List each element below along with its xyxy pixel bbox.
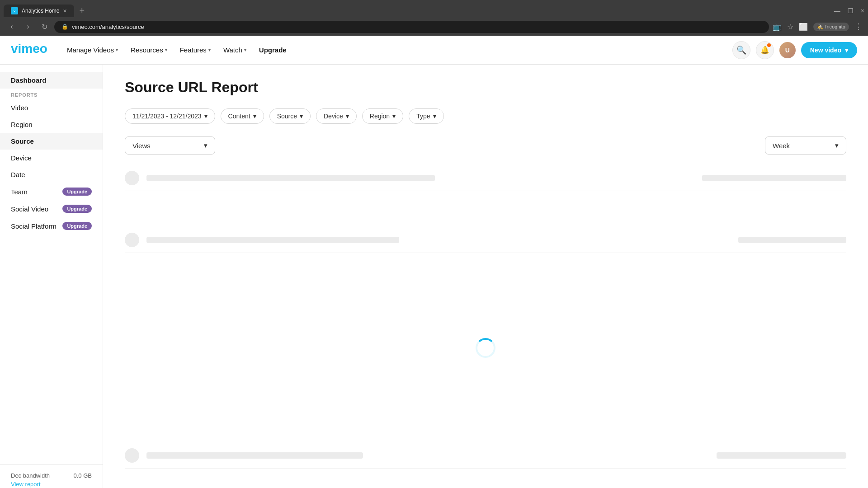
sidebar-item-source[interactable]: Source bbox=[0, 133, 103, 150]
nav-manage-videos[interactable]: Manage Videos ▾ bbox=[61, 42, 123, 57]
views-select[interactable]: Views ▾ bbox=[125, 136, 215, 155]
sidebar-item-social-video[interactable]: Social Video Upgrade bbox=[0, 200, 103, 217]
tab-favicon: v bbox=[11, 7, 18, 14]
skeleton-line bbox=[717, 452, 846, 459]
type-filter-label: Type bbox=[416, 113, 430, 120]
nav-features-label: Features bbox=[180, 46, 207, 54]
close-button[interactable]: × bbox=[861, 7, 864, 14]
region-filter[interactable]: Region ▾ bbox=[362, 108, 403, 124]
nav-resources-label: Resources bbox=[131, 46, 163, 54]
skeleton-line bbox=[702, 175, 846, 181]
source-filter[interactable]: Source ▾ bbox=[269, 108, 311, 124]
toolbar-icons: 📺 ☆ ⬜ 🕵️ Incognito ⋮ bbox=[773, 22, 863, 32]
search-icon: 🔍 bbox=[736, 45, 746, 55]
content-filter[interactable]: Content ▾ bbox=[221, 108, 264, 124]
svg-text:v: v bbox=[14, 9, 15, 13]
minimize-button[interactable]: — bbox=[834, 7, 840, 14]
spacer bbox=[125, 416, 846, 443]
skeleton-line bbox=[146, 175, 435, 181]
chevron-down-icon: ▾ bbox=[835, 141, 839, 150]
chevron-down-icon: ▾ bbox=[116, 47, 118, 52]
svg-text:vimeo: vimeo bbox=[11, 42, 47, 56]
controls-row: Views ▾ Week ▾ bbox=[125, 136, 846, 155]
nav-watch[interactable]: Watch ▾ bbox=[218, 42, 252, 57]
skeleton-row-2 bbox=[125, 227, 846, 253]
bell-icon: 🔔 bbox=[760, 46, 769, 54]
nav-features[interactable]: Features ▾ bbox=[175, 42, 216, 57]
loading-area bbox=[125, 280, 846, 416]
tab-close-button[interactable]: × bbox=[63, 7, 66, 14]
maximize-button[interactable]: ❐ bbox=[848, 7, 854, 14]
sidebar-item-dashboard-label: Dashboard bbox=[11, 76, 46, 84]
sidebar-item-date[interactable]: Date bbox=[0, 166, 103, 183]
social-platform-upgrade-badge[interactable]: Upgrade bbox=[62, 222, 92, 230]
sidebar-item-team[interactable]: Team Upgrade bbox=[0, 183, 103, 200]
cast-icon[interactable]: 📺 bbox=[773, 23, 782, 31]
chevron-down-icon: ▾ bbox=[204, 113, 208, 120]
sidebar-item-device-label: Device bbox=[11, 154, 32, 162]
back-button[interactable]: ‹ bbox=[5, 20, 18, 33]
sidebar-item-social-platform[interactable]: Social Platform Upgrade bbox=[0, 217, 103, 235]
skeleton-circle bbox=[125, 448, 139, 463]
week-select[interactable]: Week ▾ bbox=[765, 136, 846, 155]
type-filter[interactable]: Type ▾ bbox=[409, 108, 443, 124]
sidebar-item-team-label: Team bbox=[11, 188, 28, 196]
main-content: Source URL Report 11/21/2023 - 12/21/202… bbox=[103, 65, 868, 488]
incognito-label: Incognito bbox=[825, 24, 845, 29]
search-button[interactable]: 🔍 bbox=[732, 41, 750, 59]
nav-upgrade-label: Upgrade bbox=[259, 46, 287, 54]
sidebar-footer: Dec bandwidth 0.0 GB View report bbox=[0, 465, 103, 488]
bookmark-icon[interactable]: ☆ bbox=[787, 23, 793, 31]
team-upgrade-badge[interactable]: Upgrade bbox=[62, 188, 92, 196]
skeleton-line bbox=[146, 237, 399, 243]
forward-button[interactable]: › bbox=[22, 20, 34, 33]
notification-badge bbox=[767, 43, 771, 47]
sidebar-item-region[interactable]: Region bbox=[0, 116, 103, 133]
active-tab[interactable]: v Analytics Home × bbox=[4, 5, 74, 17]
date-range-filter[interactable]: 11/21/2023 - 12/21/2023 ▾ bbox=[125, 108, 215, 124]
more-icon[interactable]: ⋮ bbox=[854, 22, 863, 32]
window-controls: — ❐ × bbox=[834, 7, 864, 14]
skeleton-line bbox=[146, 452, 363, 459]
main-nav: Manage Videos ▾ Resources ▾ Features ▾ W… bbox=[61, 42, 732, 57]
device-filter[interactable]: Device ▾ bbox=[316, 108, 357, 124]
source-filter-label: Source bbox=[277, 113, 297, 120]
tab-title: Analytics Home bbox=[22, 8, 59, 14]
reload-button[interactable]: ↻ bbox=[38, 20, 51, 33]
bandwidth-label: Dec bandwidth bbox=[11, 472, 50, 479]
chevron-down-icon: ▾ bbox=[433, 113, 436, 120]
chevron-down-icon: ▾ bbox=[300, 113, 303, 120]
nav-watch-label: Watch bbox=[223, 46, 242, 54]
chevron-down-icon: ▾ bbox=[346, 113, 349, 120]
social-video-upgrade-badge[interactable]: Upgrade bbox=[62, 205, 92, 213]
new-tab-button[interactable]: + bbox=[76, 4, 89, 18]
url-bar[interactable]: 🔒 vimeo.com/analytics/source bbox=[54, 21, 769, 33]
new-video-label: New video bbox=[810, 47, 841, 54]
chevron-down-icon: ▾ bbox=[253, 113, 256, 120]
bandwidth-value: 0.0 GB bbox=[74, 472, 92, 479]
skeleton-line bbox=[738, 237, 846, 243]
new-video-button[interactable]: New video ▾ bbox=[801, 42, 857, 58]
browser-chrome: v Analytics Home × + — ❐ × ‹ › ↻ 🔒 vimeo… bbox=[0, 0, 868, 36]
incognito-badge: 🕵️ Incognito bbox=[813, 23, 849, 31]
sidebar-reports-section: REPORTS bbox=[0, 89, 103, 99]
sidebar: Dashboard REPORTS Video Region Source De… bbox=[0, 65, 103, 488]
nav-upgrade[interactable]: Upgrade bbox=[254, 42, 292, 57]
content-filter-label: Content bbox=[228, 113, 250, 120]
header-actions: 🔍 🔔 U New video ▾ bbox=[732, 41, 857, 59]
sidebar-item-social-video-label: Social Video bbox=[11, 205, 48, 213]
view-report-link[interactable]: View report bbox=[11, 481, 92, 488]
device-filter-label: Device bbox=[324, 113, 343, 120]
sidebar-item-video[interactable]: Video bbox=[0, 99, 103, 116]
sidebar-item-social-platform-label: Social Platform bbox=[11, 222, 57, 230]
chevron-down-icon: ▾ bbox=[392, 113, 396, 120]
avatar[interactable]: U bbox=[779, 42, 796, 58]
notifications-button[interactable]: 🔔 bbox=[756, 41, 774, 59]
nav-resources[interactable]: Resources ▾ bbox=[125, 42, 173, 57]
sidebar-item-date-label: Date bbox=[11, 171, 25, 178]
sidebar-item-device[interactable]: Device bbox=[0, 150, 103, 166]
sidebar-item-dashboard[interactable]: Dashboard bbox=[0, 72, 103, 89]
profile-icon[interactable]: ⬜ bbox=[799, 23, 808, 31]
vimeo-logo[interactable]: vimeo bbox=[11, 42, 47, 58]
chevron-down-icon: ▾ bbox=[845, 47, 848, 54]
